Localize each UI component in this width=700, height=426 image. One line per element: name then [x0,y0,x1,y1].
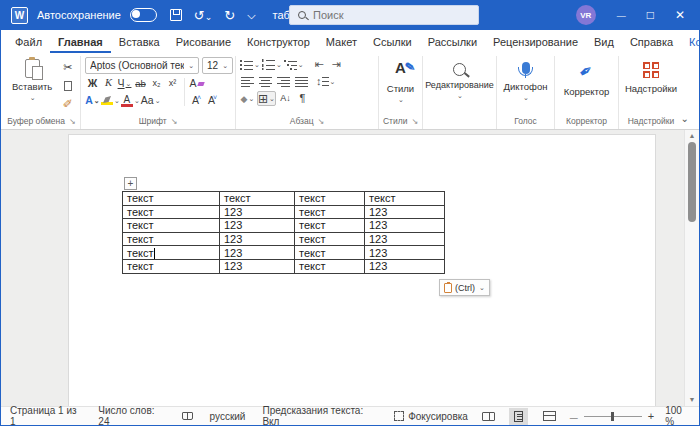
align-right-button[interactable] [276,74,291,89]
change-case-button[interactable]: Аа [141,93,161,108]
tab-layout[interactable]: Макет [318,32,365,53]
tab-design[interactable]: Конструктор [239,32,318,53]
underline-button[interactable]: Ч [117,76,132,91]
font-name-select[interactable]: Aptos (Основной текст) [85,57,199,74]
show-marks-icon[interactable] [295,91,310,106]
font-size-select[interactable]: 12 [202,57,233,74]
table-cell[interactable]: текст [295,259,365,273]
tab-help[interactable]: Справка [622,32,681,53]
minimize-button[interactable] [617,9,626,21]
corrector-button[interactable]: Корректор [559,56,614,98]
format-painter-icon[interactable] [60,96,75,111]
font-color-button[interactable]: А [121,93,140,108]
page-count[interactable]: Страница 1 из 1 [10,405,81,426]
table-move-handle-icon[interactable] [124,177,137,190]
zoom-level[interactable]: 100 % [665,405,690,426]
tab-view[interactable]: Вид [586,32,622,53]
align-center-button[interactable] [258,74,273,89]
tab-draw[interactable]: Рисование [168,32,239,53]
cut-icon[interactable] [60,60,75,75]
line-spacing-button[interactable] [316,74,335,89]
tab-home[interactable]: Главная [50,32,111,53]
multilevel-list-button[interactable] [284,57,304,72]
dialog-launcher-icon[interactable] [411,116,418,126]
paste-options-button[interactable]: (Ctrl) [439,279,490,296]
language-indicator[interactable]: русский [210,411,246,422]
align-left-button[interactable] [240,74,255,89]
table-cell[interactable]: текст [123,192,220,206]
table-cell[interactable]: текст [123,219,220,233]
focus-mode-button[interactable]: Фокусировка [394,411,468,422]
justify-button[interactable] [294,74,309,89]
editing-button[interactable]: Редактирование [427,56,492,101]
table-cell[interactable]: 123 [220,246,295,260]
redo-icon[interactable] [224,8,235,23]
table-row[interactable]: текст 123 текст 123 [123,259,445,273]
proofing-book-icon[interactable] [182,412,193,420]
save-icon[interactable] [170,9,182,21]
tab-references[interactable]: Ссылки [365,32,420,53]
grow-font-button[interactable]: А˄ [189,93,204,108]
sort-button[interactable]: А↓ [278,91,293,106]
web-layout-button[interactable] [539,408,558,425]
text-effects-button[interactable]: А [85,93,100,108]
tab-file[interactable]: Файл [7,32,50,53]
dialog-launcher-icon[interactable] [171,116,178,126]
read-mode-button[interactable] [479,408,498,425]
shrink-font-button[interactable]: А˅ [205,93,220,108]
tab-table-design[interactable]: Конструктор таблиц [681,32,700,53]
vertical-scrollbar[interactable] [684,130,699,406]
undo-button[interactable] [194,8,212,23]
zoom-slider[interactable] [584,416,642,417]
zoom-out-icon[interactable] [570,411,578,422]
scroll-up-icon[interactable] [685,132,699,139]
page[interactable]: текст текст текст текст текст 123 текст … [68,134,656,406]
italic-button[interactable]: К [101,76,116,91]
bullets-button[interactable] [240,57,260,72]
table-row[interactable]: текст 123 текст 123 [123,205,445,219]
table-row[interactable]: текст 123 текст 123 [123,246,445,260]
print-layout-button[interactable] [509,408,528,425]
table-cell[interactable]: 123 [220,205,295,219]
table-row[interactable]: текст текст текст текст [123,192,445,206]
table-cell[interactable]: 123 [365,205,445,219]
search-box[interactable] [289,5,479,25]
increase-indent-icon[interactable] [329,57,344,72]
maximize-button[interactable] [647,8,654,22]
table-row[interactable]: текст 123 текст 123 [123,219,445,233]
tab-review[interactable]: Рецензирование [485,32,586,53]
search-input[interactable] [313,9,443,21]
table-cell[interactable]: текст [295,219,365,233]
highlight-color-button[interactable] [101,93,120,108]
clear-formatting-button[interactable]: А [189,76,204,91]
table-cell[interactable]: текст [365,192,445,206]
addins-button[interactable]: Надстройки [623,56,679,95]
styles-button[interactable]: А✎ Стили [383,56,418,105]
shading-button[interactable] [240,91,255,106]
copy-button[interactable] [60,78,75,93]
table-cell[interactable]: текст [123,205,220,219]
paste-button[interactable]: Вставить [7,56,57,103]
scrollbar-thumb[interactable] [688,142,696,222]
dialog-launcher-icon[interactable] [69,116,76,126]
text-predictions[interactable]: Предсказания текста: Вкл [262,405,377,426]
table-cell[interactable]: 123 [220,219,295,233]
table-cell[interactable]: текст [123,259,220,273]
word-count[interactable]: Число слов: 24 [98,405,165,426]
avatar[interactable]: VR [576,5,596,25]
tab-insert[interactable]: Вставка [111,32,168,53]
numbering-button[interactable] [262,57,282,72]
table-cell[interactable]: 123 [365,259,445,273]
autosave-toggle[interactable] [130,8,157,22]
table-cell[interactable]: 123 [220,259,295,273]
table-cell[interactable]: текст [295,192,365,206]
table-cell[interactable]: текст [123,232,220,246]
scroll-down-icon[interactable] [685,396,699,403]
bold-button[interactable]: Ж [85,76,100,91]
table-row[interactable]: текст 123 текст 123 [123,232,445,246]
close-button[interactable] [675,8,685,22]
zoom-in-icon[interactable] [648,410,654,422]
superscript-button[interactable]: x² [165,76,180,91]
decrease-indent-icon[interactable] [312,57,327,72]
strikethrough-button[interactable]: ab [133,76,148,91]
